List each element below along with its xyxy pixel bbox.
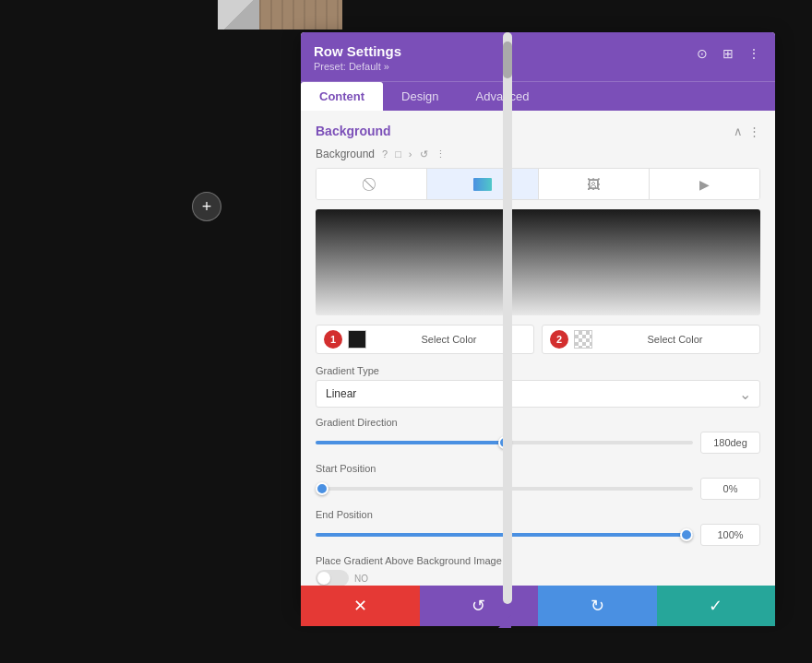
- gradient-type-select[interactable]: Linear Radial Conic: [316, 380, 760, 408]
- slider-thumb-end[interactable]: [680, 528, 693, 541]
- image-preview-strip: [218, 0, 342, 30]
- video-bg-icon: ▶: [699, 177, 710, 192]
- panel-title-group: Row Settings Preset: Default »: [314, 43, 401, 72]
- slider-fill-direction: [316, 441, 505, 444]
- image-bg-icon: 🖼: [587, 177, 600, 192]
- gradient-type-select-wrapper: Linear Radial Conic: [316, 380, 760, 408]
- background-section-header: Background ∧ ⋮: [316, 124, 760, 138]
- panel-body: Background ∧ ⋮ Background ? □ › ↺ ⋮ ⃠: [301, 111, 775, 609]
- type-tab-video[interactable]: ▶: [650, 169, 759, 199]
- gradient-type-row: Gradient Type Linear Radial Conic: [316, 365, 760, 408]
- start-position-row: Start Position 0%: [316, 463, 760, 500]
- section-more-icon[interactable]: ⋮: [748, 124, 760, 138]
- bg-more-icon[interactable]: ⋮: [436, 148, 446, 160]
- canvas-background: [0, 0, 295, 663]
- bg-type-tabs: ⃠ 🖼 ▶: [316, 168, 760, 200]
- confirm-icon: ✓: [709, 596, 722, 616]
- stop2-badge: 2: [550, 330, 568, 349]
- panel-header-icons: ⊙ ⊞ ⋮: [694, 43, 762, 62]
- more-icon[interactable]: ⋮: [746, 45, 762, 62]
- thumb-gradient: [218, 0, 259, 30]
- color-stops-row: 1 Select Color 2 Select Color: [316, 325, 760, 354]
- scrollbar-thumb[interactable]: [503, 41, 512, 78]
- stop1-swatch[interactable]: [348, 330, 366, 349]
- collapse-icon[interactable]: ∧: [734, 124, 743, 138]
- start-position-label: Start Position: [316, 463, 760, 474]
- gradient-preview: [316, 209, 760, 315]
- tab-content[interactable]: Content: [301, 82, 383, 111]
- stop2-label[interactable]: Select Color: [598, 334, 752, 345]
- background-section-title: Background: [316, 124, 391, 138]
- color-stop-2: 2 Select Color: [542, 325, 760, 354]
- end-position-value[interactable]: 100%: [700, 524, 760, 546]
- slider-thumb-start[interactable]: [316, 482, 328, 495]
- gradient-direction-row: Gradient Direction 180deg: [316, 417, 760, 454]
- gradient-direction-value[interactable]: 180deg: [700, 432, 760, 454]
- toggle-state-text: NO: [354, 574, 368, 584]
- place-gradient-toggle[interactable]: NO: [316, 570, 760, 586]
- undo-button[interactable]: ↺: [420, 586, 539, 626]
- cancel-icon: ✕: [353, 596, 367, 616]
- confirm-button[interactable]: ✓: [657, 586, 776, 626]
- stop2-swatch[interactable]: [574, 330, 592, 349]
- redo-button[interactable]: ↻: [538, 586, 657, 626]
- plus-icon: +: [202, 197, 212, 217]
- add-button[interactable]: +: [192, 192, 221, 221]
- bg-label-row: Background ? □ › ↺ ⋮: [316, 148, 760, 160]
- bottom-toolbar: ✕ ↺ ↻ ✓: [301, 586, 775, 626]
- tab-design[interactable]: Design: [383, 82, 457, 111]
- section-header-right: ∧ ⋮: [734, 124, 760, 138]
- panel-header: Row Settings Preset: Default » ⊙ ⊞ ⋮: [301, 32, 775, 81]
- type-tab-none[interactable]: ⃠: [316, 169, 427, 199]
- start-position-slider-row: 0%: [316, 478, 760, 500]
- cancel-button[interactable]: ✕: [301, 586, 420, 626]
- bg-copy-icon[interactable]: □: [395, 148, 401, 160]
- gradient-direction-label: Gradient Direction: [316, 417, 760, 428]
- end-position-row: End Position 100%: [316, 509, 760, 546]
- scrollbar-track: [503, 32, 512, 604]
- reset-icon[interactable]: ⊙: [694, 45, 710, 62]
- bg-reset-icon[interactable]: ↺: [420, 148, 428, 160]
- place-gradient-row: Place Gradient Above Background Image NO: [316, 555, 760, 586]
- columns-icon[interactable]: ⊞: [720, 45, 736, 62]
- bg-help-icon[interactable]: ?: [382, 148, 388, 160]
- toggle-switch[interactable]: [316, 570, 349, 586]
- bg-label: Background: [316, 148, 375, 160]
- end-position-label: End Position: [316, 509, 760, 520]
- panel-title: Row Settings: [314, 43, 401, 59]
- type-tab-gradient[interactable]: [427, 169, 538, 199]
- start-position-value[interactable]: 0%: [700, 478, 760, 500]
- thumb-wood: [259, 0, 342, 30]
- undo-icon: ↺: [472, 596, 485, 616]
- gradient-direction-slider-row: 180deg: [316, 432, 760, 454]
- gradient-type-label: Gradient Type: [316, 365, 760, 376]
- panel-tabs: Content Design Advanced: [301, 81, 775, 111]
- color-stop-1: 1 Select Color: [316, 325, 534, 354]
- type-tab-image[interactable]: 🖼: [539, 169, 650, 199]
- place-gradient-label: Place Gradient Above Background Image: [316, 555, 760, 566]
- end-position-slider-row: 100%: [316, 524, 760, 546]
- gradient-bg-icon: [473, 178, 492, 191]
- bg-arrow-icon[interactable]: ›: [409, 148, 412, 160]
- stop1-badge: 1: [324, 330, 342, 349]
- panel-preset[interactable]: Preset: Default »: [314, 61, 401, 72]
- redo-icon: ↻: [591, 596, 604, 616]
- svg-rect-0: [473, 178, 492, 191]
- row-settings-panel: Row Settings Preset: Default » ⊙ ⊞ ⋮ Con…: [301, 32, 775, 609]
